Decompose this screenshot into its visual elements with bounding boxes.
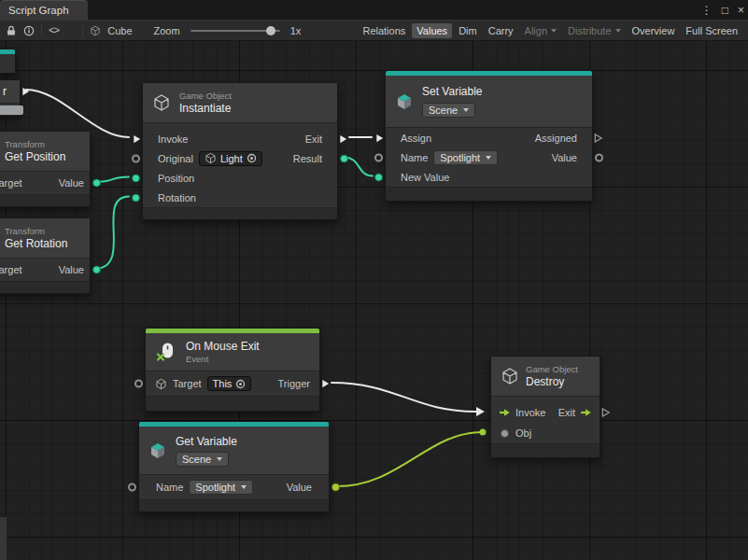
variable-scope-dropdown[interactable]: Scene [176, 452, 229, 467]
port-exit-out[interactable] [600, 407, 611, 418]
port-name-in[interactable] [374, 153, 383, 161]
port-value-out[interactable] [595, 153, 603, 161]
code-icon[interactable]: <> [49, 25, 59, 36]
node-fragment-left[interactable]: r [0, 79, 21, 117]
fullscreen-button[interactable]: Full Screen [681, 23, 742, 38]
close-icon[interactable]: × [738, 5, 744, 16]
object-field-value: Light [220, 153, 243, 164]
port-label-exit: Exit [558, 407, 575, 418]
port-position-in[interactable] [132, 174, 140, 182]
cube-icon [155, 378, 167, 390]
wire-getrotation-to-rotation[interactable] [94, 197, 129, 270]
variable-icon [148, 441, 167, 460]
port-label-value: Value [59, 177, 84, 189]
node-title: r [3, 85, 7, 99]
port-target-in[interactable] [134, 380, 143, 388]
port-value-out[interactable] [92, 266, 101, 274]
node-get-variable[interactable]: Get Variable Scene Name Spotlight Value [138, 421, 330, 512]
variable-name-dropdown[interactable]: Spotlight [433, 150, 498, 165]
node-get-position[interactable]: Transform Get Position Target Value [0, 131, 91, 207]
port-assigned-out[interactable] [593, 133, 603, 144]
node-title: Instantiate [179, 102, 232, 116]
graph-canvas[interactable]: r Transform Get Position Target Value [0, 41, 748, 560]
zoom-value: 1x [290, 25, 302, 36]
object-field-original[interactable]: Light [199, 151, 262, 166]
target-field-value: This [213, 378, 233, 389]
variable-icon [395, 92, 414, 111]
distribute-label: Distribute [568, 25, 611, 36]
variable-scope-dropdown[interactable]: Scene [422, 103, 475, 118]
port-rotation-in[interactable] [132, 193, 140, 202]
port-value-out[interactable] [332, 483, 340, 492]
zoom-slider-knob[interactable] [266, 26, 275, 35]
port-value-out[interactable] [92, 179, 101, 188]
inline-field-fragment[interactable] [0, 105, 23, 115]
node-category: Transform [5, 226, 67, 237]
port-label-result: Result [293, 153, 322, 164]
port-invoke-in[interactable] [132, 133, 142, 145]
port-label-target: Target [173, 378, 202, 389]
port-result-out[interactable] [340, 154, 348, 162]
dropdown-arrow-icon [486, 156, 491, 160]
wire-trigger-to-invoke[interactable] [332, 383, 476, 412]
object-picker-icon[interactable] [247, 153, 257, 163]
flow-arrow-icon[interactable] [580, 408, 592, 417]
dropdown-arrow-icon [217, 457, 222, 461]
port-flow-out[interactable] [21, 86, 31, 97]
values-button[interactable]: Values [412, 23, 452, 38]
port-label-target: Target [0, 177, 22, 189]
variable-name-value: Spotlight [440, 152, 480, 163]
node-title: Get Position [5, 150, 65, 164]
maximize-icon[interactable]: □ [722, 5, 728, 16]
relations-button[interactable]: Relations [358, 23, 410, 38]
node-get-rotation[interactable]: Transform Get Rotation Target Value [0, 217, 91, 294]
port-label-value: Value [287, 482, 312, 493]
lock-icon[interactable] [6, 25, 17, 36]
scope-label: Scene [182, 454, 211, 465]
tab-bar: Script Graph ⋮ □ × [0, 0, 748, 20]
variable-name-dropdown[interactable]: Spotlight [189, 480, 253, 495]
zoom-slider[interactable] [191, 30, 280, 32]
target-field[interactable]: This [207, 376, 252, 391]
node-title: Destroy [526, 375, 578, 389]
dim-button[interactable]: Dim [454, 23, 482, 38]
graph-object-name: Cube [107, 25, 132, 36]
info-icon[interactable] [23, 25, 35, 36]
node-subtitle: Event [186, 354, 260, 365]
port-trigger-out[interactable] [320, 378, 331, 389]
carry-button[interactable]: Carry [484, 23, 518, 38]
align-button[interactable]: Align [520, 23, 561, 38]
node-title: Get Rotation [5, 237, 67, 251]
port-label-original: Original [158, 153, 193, 164]
node-category: Transform [5, 139, 65, 150]
port-exit-out[interactable] [338, 133, 348, 145]
toolbar-separator [41, 24, 42, 36]
node-on-mouse-exit[interactable]: On Mouse Exit Event Target This Trigger [145, 328, 320, 412]
node-fragment-top[interactable] [0, 49, 16, 74]
wire-value-to-obj[interactable] [337, 432, 482, 486]
overview-button[interactable]: Overview [628, 23, 680, 38]
node-instantiate[interactable]: Game Object Instantiate Invoke Exit Orig… [142, 82, 338, 220]
wire-arrowhead [476, 407, 485, 416]
toolbar-toggles: Relations Values Dim Carry Align Distrib… [358, 23, 742, 38]
flow-arrow-icon[interactable] [499, 408, 511, 417]
node-category: Game Object [179, 91, 232, 102]
dropdown-arrow-icon [241, 485, 247, 489]
port-original-in[interactable] [132, 154, 140, 162]
node-destroy[interactable]: Game Object Destroy Invoke Exit Obj [490, 356, 600, 458]
zoom-label: Zoom [154, 25, 180, 36]
tab-script-graph[interactable]: Script Graph [0, 0, 88, 20]
object-picker-icon[interactable] [235, 379, 246, 389]
node-set-variable[interactable]: Set Variable Scene Assign Assigned Name … [385, 70, 593, 202]
port-label-value: Value [59, 264, 84, 275]
wire-endpoint-dot [480, 429, 487, 436]
port-new-value-in[interactable] [374, 173, 383, 181]
port-assign-in[interactable] [374, 133, 385, 144]
mouse-icon [155, 341, 177, 363]
kebab-menu-icon[interactable]: ⋮ [701, 5, 713, 16]
port-name-in[interactable] [128, 483, 136, 492]
port-obj-in[interactable] [501, 429, 509, 438]
port-label-target: Target [0, 264, 22, 275]
dropdown-arrow-icon [463, 108, 469, 112]
distribute-button[interactable]: Distribute [563, 23, 625, 38]
